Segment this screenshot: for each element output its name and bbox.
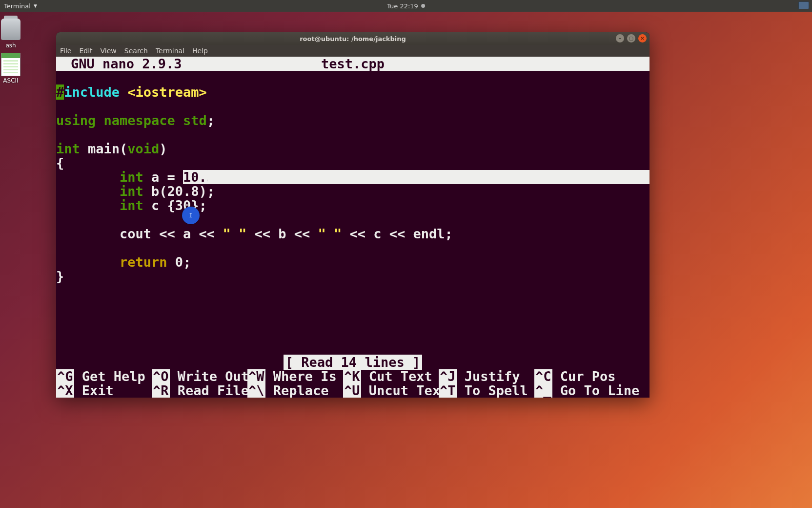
nano-header: GNU nano 2.9.3 test.cpp [56,57,650,71]
desktop-icon-label: ASCII [0,77,26,84]
menu-terminal[interactable]: Terminal [156,47,184,55]
code-line: { [56,156,650,170]
blank-line [56,127,650,142]
code-line: #include <iostream> [56,85,650,99]
code-line: int a = 10.5; [56,170,650,184]
shortcut-row: ^X Exit ^R Read File ^\ Replace ^U Uncut… [56,383,650,398]
code-line: cout << a << " " << b << " " << c << end… [56,227,650,241]
top-panel: Terminal ▼ Tue 22:19 [0,0,812,12]
window-title: root@ubuntu: /home/jackbing [300,35,406,42]
annotation-text: I [189,209,192,223]
desktop-icon-label: ash [0,42,26,49]
panel-menu-terminal[interactable]: Terminal ▼ [4,2,37,10]
code-area[interactable]: #include <iostream> using namespace std;… [56,71,650,283]
shortcut-write-out[interactable]: ^O Write Out [152,369,247,383]
window-controls: – ▢ ✕ [616,34,647,42]
shortcut-cur-pos[interactable]: ^C Cur Pos [534,369,630,383]
blank-line [56,212,650,227]
desktop-icon-ascii[interactable]: ASCII [0,53,26,84]
minimize-button[interactable]: – [616,34,624,42]
nano-status: [ Read 14 lines ] [56,355,650,369]
shortcut-get-help[interactable]: ^G Get Help [56,369,152,383]
code-line: } [56,269,650,283]
shortcut-uncut-text[interactable]: ^U Uncut Text [343,383,439,398]
menu-view[interactable]: View [101,47,117,55]
code-line: using namespace std; [56,113,650,127]
menu-search[interactable]: Search [124,47,148,55]
status-text: [ Read 14 lines ] [284,355,422,370]
notification-dot-icon [421,4,425,8]
shortcut-read-file[interactable]: ^R Read File [152,383,247,398]
shortcut-row: ^G Get Help ^O Write Out ^W Where Is ^K … [56,369,650,383]
shortcut-where-is[interactable]: ^W Where Is [247,369,343,383]
close-button[interactable]: ✕ [638,34,647,42]
window-titlebar[interactable]: root@ubuntu: /home/jackbing – ▢ ✕ [56,32,650,45]
nano-app-name: GNU nano 2.9.3 [56,57,182,71]
shortcut-justify[interactable]: ^J Justify [439,369,534,383]
code-line: int main(void) [56,142,650,156]
trash-icon [0,18,22,41]
menubar: File Edit View Search Terminal Help [56,45,650,57]
clock-text: Tue 22:19 [387,2,418,10]
chevron-down-icon: ▼ [34,3,37,8]
shortcut-exit[interactable]: ^X Exit [56,383,152,398]
blank-line [56,241,650,255]
shortcut-replace[interactable]: ^\ Replace [247,383,343,398]
nano-filename: test.cpp [321,57,385,71]
nano-shortcuts: ^G Get Help ^O Write Out ^W Where Is ^K … [56,369,650,398]
code-line: int b(20.8); [56,184,650,198]
terminal-window: root@ubuntu: /home/jackbing – ▢ ✕ File E… [56,32,650,398]
code-line: return 0; [56,255,650,269]
panel-clock[interactable]: Tue 22:19 [387,2,425,10]
menu-file[interactable]: File [60,47,71,55]
blank-line [56,71,650,85]
blank-line [56,99,650,113]
menu-help[interactable]: Help [192,47,208,55]
code-line: int c {30}; [56,198,650,212]
spreadsheet-icon [0,53,22,76]
panel-menu-label: Terminal [4,2,31,10]
menu-edit[interactable]: Edit [79,47,92,55]
shortcut-to-spell[interactable]: ^T To Spell [439,383,534,398]
annotation-marker: I [182,207,200,224]
shortcut-go-to-line[interactable]: ^_ Go To Line [534,383,630,398]
shortcut-cut-text[interactable]: ^K Cut Text [343,369,439,383]
desktop-icon-trash[interactable]: ash [0,18,26,49]
cursor: # [56,85,64,100]
panel-tray-icon[interactable] [798,1,809,9]
selection-fill [208,170,650,184]
nano-editor[interactable]: GNU nano 2.9.3 test.cpp #include <iostre… [56,57,650,398]
maximize-button[interactable]: ▢ [627,34,635,42]
